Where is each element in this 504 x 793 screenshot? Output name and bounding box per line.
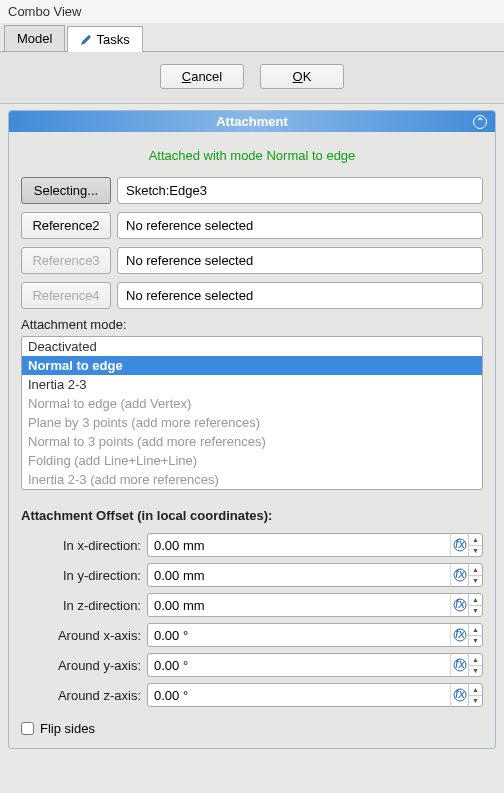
reference-row: Reference3No reference selected	[21, 247, 483, 274]
reference-button-1[interactable]: Selecting...	[21, 177, 111, 204]
offset-input-wrap: fx▲▼	[147, 683, 483, 707]
spin-up-button[interactable]: ▲	[469, 654, 482, 666]
spin-up-button[interactable]: ▲	[469, 684, 482, 696]
tab-strip: Model Tasks	[0, 23, 504, 52]
mode-item[interactable]: Inertia 2-3	[22, 375, 482, 394]
offset-label: In x-direction:	[21, 538, 141, 553]
spin-down-button[interactable]: ▼	[469, 666, 482, 677]
spinner: ▲▼	[468, 684, 482, 706]
reference-button-4: Reference4	[21, 282, 111, 309]
offset-row: In x-direction:fx▲▼	[21, 533, 483, 557]
spin-up-button[interactable]: ▲	[469, 534, 482, 546]
mode-item[interactable]: Deactivated	[22, 337, 482, 356]
flip-sides-row: Flip sides	[21, 721, 483, 736]
mode-item: Normal to 3 points (add more references)	[22, 432, 482, 451]
svg-text:fx: fx	[454, 598, 465, 611]
offset-input-wrap: fx▲▼	[147, 533, 483, 557]
reference-field-2[interactable]: No reference selected	[117, 212, 483, 239]
spin-down-button[interactable]: ▼	[469, 576, 482, 587]
spin-up-button[interactable]: ▲	[469, 624, 482, 636]
svg-text:fx: fx	[454, 688, 465, 701]
svg-text:fx: fx	[454, 628, 465, 641]
flip-sides-checkbox[interactable]	[21, 722, 34, 735]
offset-label: In y-direction:	[21, 568, 141, 583]
offset-input[interactable]	[148, 564, 450, 586]
expression-icon[interactable]: fx	[450, 624, 468, 646]
offset-row: Around x-axis:fx▲▼	[21, 623, 483, 647]
attachment-status: Attached with mode Normal to edge	[21, 148, 483, 163]
window-title: Combo View	[0, 0, 504, 23]
mode-item: Folding (add Line+Line+Line)	[22, 451, 482, 470]
offset-label: Around x-axis:	[21, 628, 141, 643]
offset-row: Around y-axis:fx▲▼	[21, 653, 483, 677]
mode-item: Inertia 2-3 (add more references)	[22, 470, 482, 489]
pen-icon	[80, 34, 92, 46]
ok-button-label-rest: K	[303, 69, 312, 84]
offset-input[interactable]	[148, 534, 450, 556]
chevron-collapse-icon[interactable]: ⌃	[473, 115, 487, 129]
spinner: ▲▼	[468, 624, 482, 646]
expression-icon[interactable]: fx	[450, 594, 468, 616]
dialog-buttons: Cancel OK	[0, 52, 504, 104]
panel-title: Attachment	[31, 114, 473, 129]
tab-tasks[interactable]: Tasks	[67, 26, 142, 52]
offset-input[interactable]	[148, 684, 450, 706]
reference-rows: Selecting...Sketch:Edge3Reference2No ref…	[21, 177, 483, 309]
svg-text:fx: fx	[454, 568, 465, 581]
panel-body: Attached with mode Normal to edge Select…	[9, 132, 495, 748]
flip-sides-label[interactable]: Flip sides	[40, 721, 95, 736]
svg-text:fx: fx	[454, 658, 465, 671]
mode-item: Plane by 3 points (add more references)	[22, 413, 482, 432]
reference-field-1[interactable]: Sketch:Edge3	[117, 177, 483, 204]
offset-row: In y-direction:fx▲▼	[21, 563, 483, 587]
mode-item[interactable]: Normal to edge	[22, 356, 482, 375]
spin-down-button[interactable]: ▼	[469, 636, 482, 647]
offset-input[interactable]	[148, 654, 450, 676]
reference-field-3[interactable]: No reference selected	[117, 247, 483, 274]
cancel-button[interactable]: Cancel	[160, 64, 244, 89]
offset-input[interactable]	[148, 594, 450, 616]
spin-up-button[interactable]: ▲	[469, 564, 482, 576]
mode-item: Normal to edge (add Vertex)	[22, 394, 482, 413]
offset-input[interactable]	[148, 624, 450, 646]
expression-icon[interactable]: fx	[450, 684, 468, 706]
cancel-button-label-rest: ancel	[191, 69, 222, 84]
attachment-mode-label: Attachment mode:	[21, 317, 483, 332]
attachment-mode-list[interactable]: DeactivatedNormal to edgeInertia 2-3Norm…	[21, 336, 483, 490]
tab-model[interactable]: Model	[4, 25, 65, 51]
spinner: ▲▼	[468, 594, 482, 616]
offset-input-wrap: fx▲▼	[147, 653, 483, 677]
offset-label: Around y-axis:	[21, 658, 141, 673]
offset-header: Attachment Offset (in local coordinates)…	[21, 508, 483, 523]
svg-text:fx: fx	[454, 538, 465, 551]
reference-row: Selecting...Sketch:Edge3	[21, 177, 483, 204]
offset-row: In z-direction:fx▲▼	[21, 593, 483, 617]
offset-input-wrap: fx▲▼	[147, 563, 483, 587]
attachment-panel: Attachment ⌃ Attached with mode Normal t…	[8, 110, 496, 749]
reference-button-3: Reference3	[21, 247, 111, 274]
reference-field-4[interactable]: No reference selected	[117, 282, 483, 309]
spinner: ▲▼	[468, 564, 482, 586]
spinner: ▲▼	[468, 534, 482, 556]
expression-icon[interactable]: fx	[450, 564, 468, 586]
offset-rows: In x-direction:fx▲▼In y-direction:fx▲▼In…	[21, 533, 483, 707]
spin-down-button[interactable]: ▼	[469, 696, 482, 707]
spinner: ▲▼	[468, 654, 482, 676]
ok-button[interactable]: OK	[260, 64, 344, 89]
expression-icon[interactable]: fx	[450, 654, 468, 676]
offset-label: Around z-axis:	[21, 688, 141, 703]
spin-up-button[interactable]: ▲	[469, 594, 482, 606]
expression-icon[interactable]: fx	[450, 534, 468, 556]
reference-button-2[interactable]: Reference2	[21, 212, 111, 239]
offset-input-wrap: fx▲▼	[147, 623, 483, 647]
panel-header[interactable]: Attachment ⌃	[9, 111, 495, 132]
reference-row: Reference4No reference selected	[21, 282, 483, 309]
tab-tasks-label: Tasks	[96, 32, 129, 47]
reference-row: Reference2No reference selected	[21, 212, 483, 239]
offset-row: Around z-axis:fx▲▼	[21, 683, 483, 707]
spin-down-button[interactable]: ▼	[469, 606, 482, 617]
offset-label: In z-direction:	[21, 598, 141, 613]
spin-down-button[interactable]: ▼	[469, 546, 482, 557]
offset-input-wrap: fx▲▼	[147, 593, 483, 617]
